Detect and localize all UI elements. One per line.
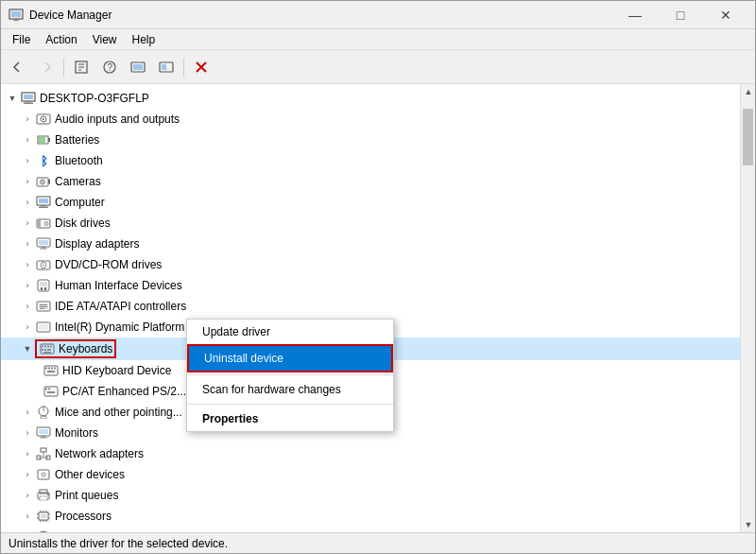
tree-item-batteries[interactable]: › Batteries xyxy=(1,130,740,150)
menu-action[interactable]: Action xyxy=(38,31,84,48)
bluetooth-expand: › xyxy=(20,153,35,168)
tree-item-print[interactable]: › Print queues xyxy=(1,485,740,506)
scan-button[interactable] xyxy=(153,54,180,80)
svg-rect-46 xyxy=(40,282,47,286)
scroll-up-arrow[interactable]: ▲ xyxy=(741,84,755,99)
svg-rect-81 xyxy=(40,438,47,439)
svg-rect-17 xyxy=(26,101,31,103)
menu-bar: File Action View Help xyxy=(1,29,755,50)
toolbar: ? xyxy=(1,50,755,84)
svg-rect-24 xyxy=(39,137,45,143)
svg-rect-62 xyxy=(44,349,46,351)
audio-icon xyxy=(35,111,52,128)
other-icon xyxy=(35,466,52,483)
minimize-button[interactable]: — xyxy=(613,1,657,29)
mice-icon xyxy=(35,404,52,421)
svg-rect-64 xyxy=(43,352,51,354)
svg-rect-72 xyxy=(45,389,47,390)
hid-keyboard-icon xyxy=(43,362,60,379)
svg-rect-1 xyxy=(11,11,21,17)
print-expand: › xyxy=(20,488,35,503)
other-expand: › xyxy=(20,467,35,482)
svg-rect-2 xyxy=(13,19,19,21)
ctx-properties[interactable]: Properties xyxy=(187,407,393,431)
ctx-separator xyxy=(187,374,393,375)
remove-button[interactable] xyxy=(188,54,215,80)
help-button[interactable]: ? xyxy=(96,54,123,80)
maximize-button[interactable]: □ xyxy=(659,1,702,29)
vertical-scrollbar[interactable]: ▲ ▼ xyxy=(740,84,755,532)
ctx-scan-hardware[interactable]: Scan for hardware changes xyxy=(187,377,393,402)
scroll-thumb[interactable] xyxy=(743,109,753,165)
tree-item-processors[interactable]: › xyxy=(1,506,740,527)
toolbar-sep-1 xyxy=(63,58,64,77)
computer-icon xyxy=(20,90,37,107)
menu-help[interactable]: Help xyxy=(125,31,163,48)
svg-rect-59 xyxy=(47,346,49,348)
svg-point-37 xyxy=(46,223,47,224)
tree-item-hid[interactable]: › Human Interface Devices xyxy=(1,275,740,296)
disk-icon xyxy=(35,215,52,232)
window-title: Device Manager xyxy=(29,9,613,22)
scroll-down-arrow[interactable]: ▼ xyxy=(741,517,755,532)
svg-rect-70 xyxy=(47,371,55,372)
tree-item-cameras[interactable]: › Cameras xyxy=(1,171,740,192)
scroll-track[interactable] xyxy=(741,99,755,517)
network-icon xyxy=(35,445,52,462)
cameras-icon xyxy=(35,173,52,190)
tree-item-bluetooth[interactable]: › ᛒ Bluetooth xyxy=(1,150,740,171)
close-button[interactable]: ✕ xyxy=(704,1,747,29)
svg-rect-31 xyxy=(39,199,48,203)
dvd-label: DVD/CD-ROM drives xyxy=(55,258,162,271)
cameras-label: Cameras xyxy=(55,175,101,188)
main-content: ▼ DESKTOP-O3FGFLP › xyxy=(1,84,755,532)
svg-rect-10 xyxy=(133,64,143,70)
hid-icon xyxy=(35,277,52,294)
svg-rect-73 xyxy=(48,389,50,390)
tree-item-disk[interactable]: › Disk drives xyxy=(1,213,740,234)
disk-expand: › xyxy=(20,216,35,231)
bluetooth-label: Bluetooth xyxy=(55,154,103,167)
hid-label: Human Interface Devices xyxy=(55,279,182,292)
svg-rect-87 xyxy=(38,470,49,479)
ctx-uninstall-device[interactable]: Uninstall device xyxy=(187,344,393,372)
display-expand: › xyxy=(20,236,35,251)
tree-root[interactable]: ▼ DESKTOP-O3FGFLP xyxy=(1,88,740,109)
tree-item-display[interactable]: › Display adapters xyxy=(1,234,740,254)
tree-item-other[interactable]: › Other devices xyxy=(1,464,740,485)
ide-expand: › xyxy=(20,299,35,314)
menu-file[interactable]: File xyxy=(5,31,38,48)
forward-button[interactable] xyxy=(33,54,60,80)
processors-label: Processors xyxy=(55,510,112,523)
batteries-expand: › xyxy=(20,132,35,147)
svg-point-21 xyxy=(43,118,44,120)
ctx-update-driver[interactable]: Update driver xyxy=(187,320,393,344)
display-icon xyxy=(35,235,52,252)
tree-item-audio[interactable]: › Audio inputs and outputs xyxy=(1,109,740,130)
tree-item-security[interactable]: › Security devices xyxy=(1,527,740,532)
menu-view[interactable]: View xyxy=(85,31,125,48)
processors-icon xyxy=(35,508,52,525)
tree-item-dvd[interactable]: › DVD/CD-ROM drives xyxy=(1,254,740,275)
title-bar: Device Manager — □ ✕ xyxy=(1,1,755,29)
svg-rect-67 xyxy=(48,368,50,370)
properties-button[interactable] xyxy=(68,54,94,80)
update-button[interactable] xyxy=(125,54,151,80)
tree-item-network[interactable]: › Network adapters xyxy=(1,443,740,464)
svg-point-88 xyxy=(42,473,45,476)
svg-rect-33 xyxy=(39,207,48,209)
device-tree[interactable]: ▼ DESKTOP-O3FGFLP › xyxy=(1,84,740,532)
svg-rect-53 xyxy=(40,308,44,309)
svg-rect-58 xyxy=(44,346,46,348)
tree-item-ide[interactable]: › IDE ATA/ATAPI controllers xyxy=(1,296,740,317)
tree-item-computer[interactable]: › Computer xyxy=(1,192,740,213)
hid-keyboard-expand xyxy=(35,363,43,378)
root-expand-icon: ▼ xyxy=(5,91,20,106)
svg-rect-63 xyxy=(47,349,51,351)
back-button[interactable] xyxy=(5,54,31,80)
security-expand: › xyxy=(20,529,35,532)
svg-rect-91 xyxy=(40,496,47,500)
svg-rect-79 xyxy=(39,429,48,434)
svg-rect-57 xyxy=(42,346,43,348)
mice-label: Mice and other pointing... xyxy=(55,406,182,419)
